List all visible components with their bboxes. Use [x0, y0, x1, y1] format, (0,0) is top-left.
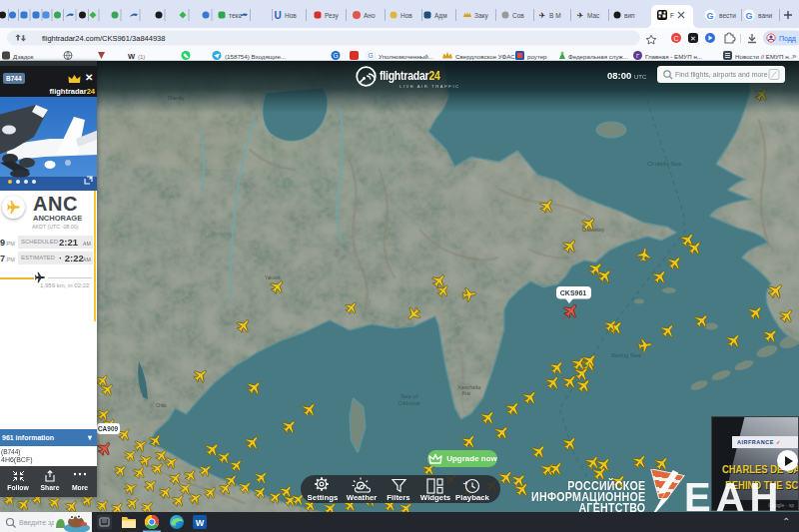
svg-text:(158754) Входящие...: (158754) Входящие... [225, 53, 286, 60]
svg-text:✈: ✈ [539, 11, 546, 20]
svg-text:08:00 UTC: 08:00 UTC [607, 70, 647, 81]
svg-text:Krai: Krai [462, 391, 470, 396]
svg-text:»: » [792, 52, 797, 61]
svg-text:C: C [673, 35, 678, 42]
svg-text:Yakutsk: Yakutsk [265, 275, 281, 280]
svg-text:Адм: Адм [434, 12, 447, 20]
svg-text:Sea of: Sea of [400, 393, 418, 399]
svg-text:вести: вести [719, 12, 736, 19]
svg-text:G: G [745, 11, 752, 21]
svg-text:Резу: Резу [325, 12, 339, 20]
svg-text:CKS961: CKS961 [560, 289, 587, 296]
svg-text:CA909: CA909 [98, 425, 119, 432]
svg-text:Дзадок: Дзадок [13, 53, 34, 60]
svg-text:G: G [333, 52, 338, 59]
svg-text:G: G [706, 11, 713, 21]
svg-text:Мас: Мас [587, 12, 600, 19]
svg-text:Введите зд: Введите зд [19, 519, 55, 527]
svg-text:Уполномоченный...: Уполномоченный... [379, 53, 433, 60]
svg-text:Playback: Playback [455, 493, 489, 502]
svg-text:flightradar24: flightradar24 [380, 68, 440, 84]
svg-text:вани: вани [758, 12, 773, 19]
svg-text:Нов: Нов [400, 12, 412, 19]
svg-text:Главная - ЕМУП н...: Главная - ЕМУП н... [645, 53, 702, 60]
svg-text:✈: ✈ [577, 11, 584, 20]
svg-text:(1): (1) [138, 54, 145, 60]
svg-text:Settings: Settings [308, 493, 339, 502]
svg-text:Свердловское УФАС: Свердловское УФАС [455, 53, 515, 60]
svg-text:Chita: Chita [156, 403, 167, 408]
svg-text:Заку: Заку [474, 12, 488, 20]
svg-text:Okhotsk: Okhotsk [399, 400, 421, 406]
svg-text:Новости // ЕМУП н...: Новости // ЕМУП н... [735, 53, 794, 60]
svg-text:F: F [670, 12, 674, 19]
svg-text:Kamchatka: Kamchatka [458, 385, 481, 390]
svg-text:В М: В М [549, 12, 561, 19]
svg-text:роутер: роутер [527, 53, 547, 60]
svg-text:Weather: Weather [347, 493, 378, 502]
svg-text:Подд: Подд [779, 35, 796, 43]
svg-text:текс: текс [229, 12, 242, 19]
svg-text:Find flights, airports and mor: Find flights, airports and more [675, 71, 768, 79]
svg-text:LIVE AIR TRAFFIC: LIVE AIR TRAFFIC [400, 84, 460, 89]
svg-text:✕: ✕ [690, 35, 696, 42]
svg-text:G: G [368, 52, 373, 59]
svg-text:Ано: Ано [364, 12, 376, 19]
svg-text:U: U [274, 10, 281, 21]
svg-text:Bering Sea: Bering Sea [611, 352, 641, 358]
svg-text:Нов: Нов [285, 12, 297, 19]
svg-text:Сов: Сов [512, 12, 524, 19]
svg-text:Федеральная служ...: Федеральная служ... [568, 53, 628, 60]
svg-text:flightradar24.com/CKS961/3a844: flightradar24.com/CKS961/3a844938 [42, 34, 165, 43]
svg-text:Widgets: Widgets [420, 493, 451, 502]
svg-text:Chukchi Sea: Chukchi Sea [647, 161, 682, 167]
svg-text:W: W [128, 52, 136, 61]
svg-text:Filters: Filters [387, 493, 410, 502]
svg-text:вип: вип [624, 12, 635, 19]
svg-text:W: W [196, 518, 205, 528]
